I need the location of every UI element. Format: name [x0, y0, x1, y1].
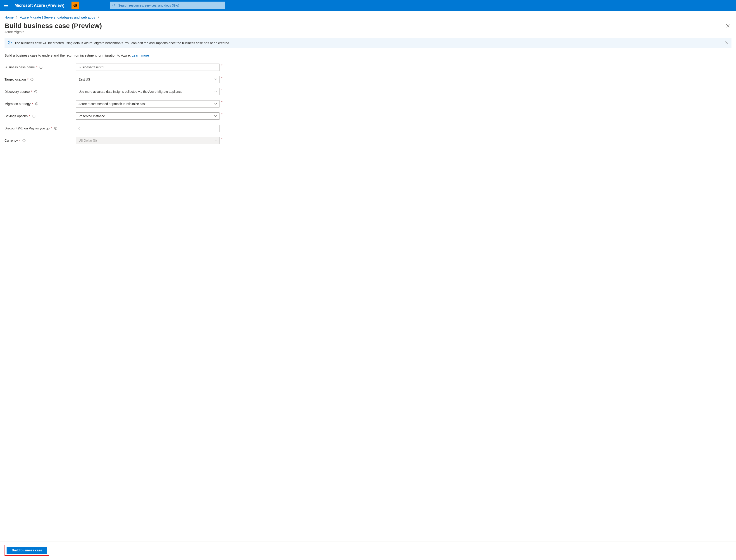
row-discovery-source: Discovery source * Use more accurate dat…	[5, 88, 731, 95]
close-icon	[726, 24, 730, 28]
info-icon	[8, 41, 12, 45]
action-bar: Build business case	[0, 541, 736, 560]
row-target-location: Target location * East US *	[5, 76, 731, 83]
hamburger-menu-button[interactable]	[2, 1, 11, 10]
required-indicator: *	[32, 102, 33, 106]
svg-rect-2	[4, 7, 8, 7]
info-icon[interactable]	[22, 139, 26, 142]
search-box[interactable]	[110, 2, 225, 9]
required-indicator: *	[31, 90, 32, 93]
info-icon[interactable]	[34, 90, 38, 93]
label-target-location: Target location	[5, 78, 26, 81]
bug-report-button[interactable]	[71, 2, 79, 9]
svg-rect-0	[4, 4, 8, 4]
info-icon[interactable]	[35, 102, 38, 106]
savings-options-value: Reserved Instance	[79, 114, 105, 118]
discount-input[interactable]	[76, 125, 219, 132]
info-icon[interactable]	[39, 66, 43, 69]
row-savings-options: Savings options * Reserved Instance *	[5, 112, 731, 120]
label-currency: Currency	[5, 139, 18, 142]
search-container	[110, 2, 225, 9]
discovery-source-value: Use more accurate data insights collecte…	[79, 90, 182, 93]
bug-icon	[73, 3, 78, 8]
info-icon[interactable]	[54, 127, 57, 130]
savings-options-select[interactable]: Reserved Instance	[76, 112, 219, 120]
close-button[interactable]	[724, 22, 731, 29]
required-indicator: *	[29, 114, 30, 118]
label-migration-strategy: Migration strategy	[5, 102, 31, 106]
label-discount: Discount (%) on Pay as you go	[5, 126, 50, 130]
info-icon[interactable]	[32, 114, 36, 118]
svg-point-30	[56, 128, 56, 128]
row-business-case-name: Business case name * *	[5, 64, 731, 71]
svg-point-33	[24, 140, 24, 140]
label-business-case-name: Business case name	[5, 65, 35, 69]
search-icon	[112, 4, 116, 7]
svg-rect-1	[4, 5, 8, 6]
learn-more-link[interactable]: Learn more	[132, 53, 149, 57]
close-icon	[725, 41, 728, 44]
breadcrumb-migrate[interactable]: Azure Migrate | Servers, databases and w…	[20, 15, 95, 19]
highlight-annotation: Build business case	[5, 545, 49, 556]
target-location-select[interactable]: East US	[76, 76, 219, 83]
required-indicator: *	[221, 112, 222, 116]
label-savings-options: Savings options	[5, 114, 28, 118]
breadcrumb: Home Azure Migrate | Servers, databases …	[0, 11, 736, 21]
chevron-right-icon	[16, 15, 18, 19]
breadcrumb-home[interactable]: Home	[5, 15, 14, 19]
required-indicator: *	[27, 78, 29, 81]
required-indicator: *	[221, 64, 222, 67]
target-location-value: East US	[79, 78, 90, 81]
form: Business case name * * Target location *…	[0, 64, 736, 537]
required-indicator: *	[221, 88, 222, 92]
page-title: Build business case (Preview)	[5, 22, 102, 30]
info-icon[interactable]	[30, 78, 34, 81]
info-banner-text: The business case will be created using …	[14, 41, 723, 45]
row-migration-strategy: Migration strategy * Azure recommended a…	[5, 100, 731, 107]
row-discount: Discount (%) on Pay as you go *	[5, 125, 731, 132]
required-indicator: *	[51, 126, 52, 130]
search-input[interactable]	[118, 4, 223, 7]
dismiss-banner-button[interactable]	[725, 41, 728, 45]
required-indicator: *	[36, 65, 38, 69]
chevron-down-icon	[214, 103, 217, 105]
brand-title: Microsoft Azure (Preview)	[14, 3, 64, 8]
more-actions-button[interactable]: ···	[106, 25, 111, 29]
currency-select: US Dollar ($)	[76, 137, 219, 144]
chevron-down-icon	[214, 91, 217, 93]
currency-value: US Dollar ($)	[79, 139, 97, 142]
top-bar: Microsoft Azure (Preview)	[0, 0, 736, 11]
required-indicator: *	[221, 100, 222, 104]
label-discovery-source: Discovery source	[5, 90, 30, 93]
required-indicator: *	[221, 76, 222, 79]
svg-line-5	[114, 6, 115, 7]
migration-strategy-value: Azure recommended approach to minimize c…	[79, 102, 145, 106]
discovery-source-select[interactable]: Use more accurate data insights collecte…	[76, 88, 219, 95]
info-banner: The business case will be created using …	[5, 38, 731, 48]
description-text: Build a business case to understand the …	[5, 53, 132, 57]
hamburger-icon	[4, 4, 8, 7]
title-row: Build business case (Preview) ···	[0, 21, 736, 30]
svg-point-4	[113, 4, 115, 6]
migration-strategy-select[interactable]: Azure recommended approach to minimize c…	[76, 100, 219, 107]
description: Build a business case to understand the …	[0, 53, 736, 64]
business-case-name-input[interactable]	[76, 64, 219, 71]
required-indicator: *	[221, 137, 222, 141]
chevron-down-icon	[214, 79, 217, 80]
svg-point-10	[10, 42, 10, 42]
page-subtitle: Azure Migrate	[0, 30, 736, 38]
chevron-right-icon	[97, 15, 99, 19]
build-business-case-button[interactable]: Build business case	[7, 547, 47, 554]
chevron-down-icon	[214, 140, 217, 141]
svg-point-27	[34, 115, 34, 116]
chevron-down-icon	[214, 115, 217, 117]
svg-point-21	[36, 91, 36, 91]
row-currency: Currency * US Dollar ($) *	[5, 137, 731, 144]
required-indicator: *	[19, 139, 21, 142]
